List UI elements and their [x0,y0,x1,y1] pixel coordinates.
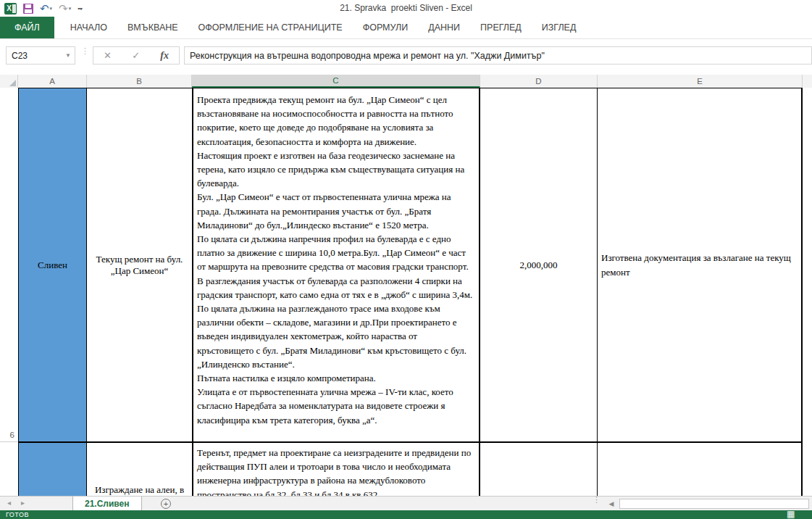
column-header-row: A B C D E [0,75,812,88]
select-all-corner[interactable] [0,75,18,88]
sheet-tab-bar: ◂ ▸ 21.Сливен + ⋮ ◀ [0,496,812,510]
tab-scrollbar-splitter[interactable]: ⋮ [593,497,600,502]
spreadsheet-grid: 6 Сливен Текущ ремонт на бул. „Цар Симео… [0,88,812,496]
row-header-6[interactable]: 6 [0,88,18,442]
ribbon-tab-formulas[interactable]: ФОРМУЛИ [353,17,419,38]
formula-bar-buttons: ✕ ✓ fx [93,46,180,65]
column-header-b[interactable]: B [87,75,192,88]
column-header-d[interactable]: D [480,75,598,88]
formula-bar-splitter[interactable]: ⋮ [81,49,89,53]
sheet-nav: ◂ ▸ [7,499,25,507]
excel-logo-letter: X [7,4,12,12]
horizontal-scrollbar-thumb[interactable] [619,499,809,509]
cell-a7[interactable] [18,443,87,496]
normal-view-icon[interactable]: ▦ [787,510,795,519]
sheet-tab-active[interactable]: 21.Сливен [72,497,142,511]
insert-function-icon[interactable]: fx [160,50,169,62]
title-bar: X ↶▾ ↷▾ ⹀▾ 21. Spravka proekti Sliven - … [0,0,812,17]
cell-a6[interactable]: Сливен [18,88,87,443]
cell-c7[interactable]: Теренът, предмет на проектиране са неизг… [192,443,480,496]
column-header-f-sliver[interactable] [803,75,812,88]
cancel-icon[interactable]: ✕ [104,50,112,61]
ribbon-tab-file[interactable]: ФАЙЛ [0,17,54,38]
row-header-7[interactable] [0,443,18,496]
ribbon-tab-insert[interactable]: ВМЪКВАНЕ [117,17,188,38]
cell-b6[interactable]: Текущ ремонт на бул. „Цар Симеон“ [87,88,192,443]
name-box[interactable]: C23 ▼ [6,46,75,65]
ribbon-tab-home[interactable]: НАЧАЛО [60,17,117,38]
cell-d6[interactable]: 2,000,000 [480,88,598,443]
add-sheet-button[interactable]: + [161,499,171,509]
ribbon-tab-strip: ФАЙЛ НАЧАЛО ВМЪКВАНЕ ОФОРМЛЕНИЕ НА СТРАН… [0,17,812,39]
cell-c6[interactable]: Проекта предвижда текущ ремонт на бул. „… [192,88,480,443]
ribbon-tab-view[interactable]: ИЗГЛЕД [532,17,587,38]
sheet-nav-right-icon[interactable]: ▸ [21,499,25,507]
window-title: 21. Spravka proekti Sliven - Excel [0,3,812,13]
column-header-e[interactable]: E [598,75,803,88]
name-box-value: C23 [12,51,28,61]
cell-d7[interactable] [480,443,598,496]
horizontal-scrollbar[interactable]: ◀ [603,497,812,511]
status-mode-label: ГОТОВ [6,511,29,518]
cell-e6[interactable]: Изготвена документация за възлагане на т… [598,88,803,443]
ribbon-tab-data[interactable]: ДАННИ [418,17,470,38]
name-box-dropdown-icon[interactable]: ▼ [65,52,71,59]
formula-bar-row: C23 ▼ ⋮ ✕ ✓ fx Реконструкция на вътрешна… [0,42,812,70]
sheet-nav-left-icon[interactable]: ◂ [7,499,11,507]
formula-input[interactable]: Реконструкция на вътрешна водопроводна м… [184,46,812,65]
select-all-triangle-icon [9,80,16,86]
status-bar: ГОТОВ ▦ [0,510,812,519]
cell-e7[interactable] [598,443,803,496]
ribbon-tab-review[interactable]: ПРЕГЛЕД [470,17,532,38]
excel-window: X ↶▾ ↷▾ ⹀▾ 21. Spravka proekti Sliven - … [0,0,812,519]
column-header-a[interactable]: A [18,75,87,88]
scroll-left-arrow-icon[interactable]: ◀ [606,499,616,509]
ribbon-tab-page-layout[interactable]: ОФОРМЛЕНИЕ НА СТРАНИЦИТЕ [188,17,353,38]
column-header-c[interactable]: C [192,75,480,88]
enter-icon[interactable]: ✓ [132,50,140,61]
cell-b7[interactable]: Изграждане на алеи, в [87,443,192,496]
